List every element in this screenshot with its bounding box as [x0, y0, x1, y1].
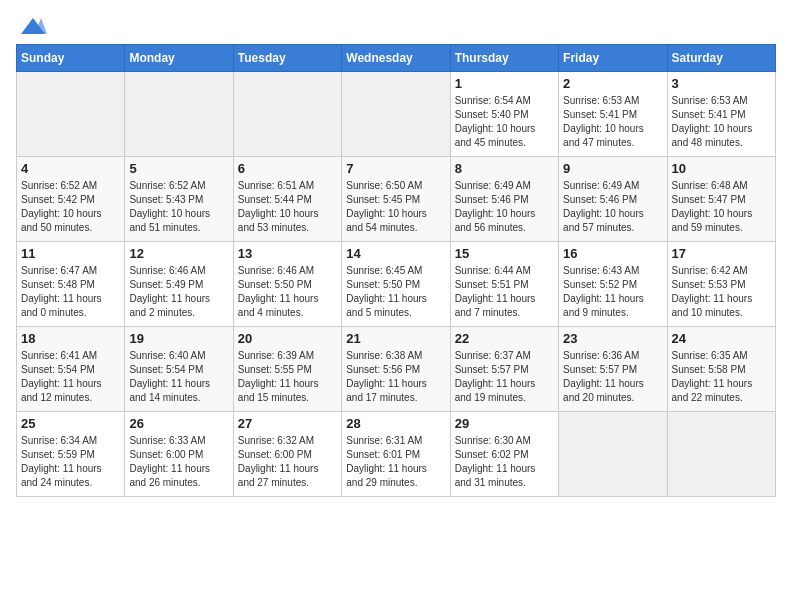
weekday-header: Wednesday [342, 45, 450, 72]
day-number: 18 [21, 331, 120, 346]
calendar-cell: 12Sunrise: 6:46 AM Sunset: 5:49 PM Dayli… [125, 242, 233, 327]
day-info: Sunrise: 6:38 AM Sunset: 5:56 PM Dayligh… [346, 349, 445, 405]
day-info: Sunrise: 6:54 AM Sunset: 5:40 PM Dayligh… [455, 94, 554, 150]
calendar-cell: 20Sunrise: 6:39 AM Sunset: 5:55 PM Dayli… [233, 327, 341, 412]
day-number: 15 [455, 246, 554, 261]
day-number: 11 [21, 246, 120, 261]
day-number: 20 [238, 331, 337, 346]
weekday-header: Thursday [450, 45, 558, 72]
calendar-cell: 29Sunrise: 6:30 AM Sunset: 6:02 PM Dayli… [450, 412, 558, 497]
calendar-cell: 27Sunrise: 6:32 AM Sunset: 6:00 PM Dayli… [233, 412, 341, 497]
day-info: Sunrise: 6:52 AM Sunset: 5:42 PM Dayligh… [21, 179, 120, 235]
day-info: Sunrise: 6:39 AM Sunset: 5:55 PM Dayligh… [238, 349, 337, 405]
calendar-cell: 9Sunrise: 6:49 AM Sunset: 5:46 PM Daylig… [559, 157, 667, 242]
calendar-cell: 22Sunrise: 6:37 AM Sunset: 5:57 PM Dayli… [450, 327, 558, 412]
day-number: 9 [563, 161, 662, 176]
day-info: Sunrise: 6:40 AM Sunset: 5:54 PM Dayligh… [129, 349, 228, 405]
day-info: Sunrise: 6:42 AM Sunset: 5:53 PM Dayligh… [672, 264, 771, 320]
calendar-cell: 5Sunrise: 6:52 AM Sunset: 5:43 PM Daylig… [125, 157, 233, 242]
calendar-cell: 28Sunrise: 6:31 AM Sunset: 6:01 PM Dayli… [342, 412, 450, 497]
day-info: Sunrise: 6:53 AM Sunset: 5:41 PM Dayligh… [672, 94, 771, 150]
day-number: 12 [129, 246, 228, 261]
calendar-cell: 17Sunrise: 6:42 AM Sunset: 5:53 PM Dayli… [667, 242, 775, 327]
logo-general [16, 16, 47, 36]
calendar-week-row: 1Sunrise: 6:54 AM Sunset: 5:40 PM Daylig… [17, 72, 776, 157]
calendar-cell: 14Sunrise: 6:45 AM Sunset: 5:50 PM Dayli… [342, 242, 450, 327]
day-number: 26 [129, 416, 228, 431]
day-number: 3 [672, 76, 771, 91]
calendar-cell: 16Sunrise: 6:43 AM Sunset: 5:52 PM Dayli… [559, 242, 667, 327]
calendar-cell: 26Sunrise: 6:33 AM Sunset: 6:00 PM Dayli… [125, 412, 233, 497]
day-number: 2 [563, 76, 662, 91]
day-number: 24 [672, 331, 771, 346]
day-info: Sunrise: 6:37 AM Sunset: 5:57 PM Dayligh… [455, 349, 554, 405]
day-number: 7 [346, 161, 445, 176]
day-info: Sunrise: 6:45 AM Sunset: 5:50 PM Dayligh… [346, 264, 445, 320]
calendar-cell: 23Sunrise: 6:36 AM Sunset: 5:57 PM Dayli… [559, 327, 667, 412]
calendar-table: SundayMondayTuesdayWednesdayThursdayFrid… [16, 44, 776, 497]
calendar-cell: 10Sunrise: 6:48 AM Sunset: 5:47 PM Dayli… [667, 157, 775, 242]
calendar-cell: 3Sunrise: 6:53 AM Sunset: 5:41 PM Daylig… [667, 72, 775, 157]
calendar-cell: 24Sunrise: 6:35 AM Sunset: 5:58 PM Dayli… [667, 327, 775, 412]
calendar-cell: 2Sunrise: 6:53 AM Sunset: 5:41 PM Daylig… [559, 72, 667, 157]
calendar-cell: 15Sunrise: 6:44 AM Sunset: 5:51 PM Dayli… [450, 242, 558, 327]
day-info: Sunrise: 6:47 AM Sunset: 5:48 PM Dayligh… [21, 264, 120, 320]
day-info: Sunrise: 6:34 AM Sunset: 5:59 PM Dayligh… [21, 434, 120, 490]
day-number: 25 [21, 416, 120, 431]
day-number: 8 [455, 161, 554, 176]
calendar-cell: 19Sunrise: 6:40 AM Sunset: 5:54 PM Dayli… [125, 327, 233, 412]
calendar-cell: 18Sunrise: 6:41 AM Sunset: 5:54 PM Dayli… [17, 327, 125, 412]
day-info: Sunrise: 6:49 AM Sunset: 5:46 PM Dayligh… [455, 179, 554, 235]
header [16, 16, 776, 36]
day-number: 4 [21, 161, 120, 176]
day-info: Sunrise: 6:32 AM Sunset: 6:00 PM Dayligh… [238, 434, 337, 490]
calendar-cell [125, 72, 233, 157]
day-info: Sunrise: 6:33 AM Sunset: 6:00 PM Dayligh… [129, 434, 228, 490]
weekday-header: Friday [559, 45, 667, 72]
calendar-cell [342, 72, 450, 157]
day-number: 14 [346, 246, 445, 261]
day-number: 19 [129, 331, 228, 346]
day-number: 5 [129, 161, 228, 176]
calendar-body: 1Sunrise: 6:54 AM Sunset: 5:40 PM Daylig… [17, 72, 776, 497]
calendar-cell: 11Sunrise: 6:47 AM Sunset: 5:48 PM Dayli… [17, 242, 125, 327]
calendar-cell: 1Sunrise: 6:54 AM Sunset: 5:40 PM Daylig… [450, 72, 558, 157]
day-number: 28 [346, 416, 445, 431]
day-number: 13 [238, 246, 337, 261]
day-info: Sunrise: 6:51 AM Sunset: 5:44 PM Dayligh… [238, 179, 337, 235]
calendar-cell: 25Sunrise: 6:34 AM Sunset: 5:59 PM Dayli… [17, 412, 125, 497]
day-info: Sunrise: 6:35 AM Sunset: 5:58 PM Dayligh… [672, 349, 771, 405]
calendar-cell: 7Sunrise: 6:50 AM Sunset: 5:45 PM Daylig… [342, 157, 450, 242]
calendar-cell: 21Sunrise: 6:38 AM Sunset: 5:56 PM Dayli… [342, 327, 450, 412]
day-info: Sunrise: 6:36 AM Sunset: 5:57 PM Dayligh… [563, 349, 662, 405]
calendar-week-row: 18Sunrise: 6:41 AM Sunset: 5:54 PM Dayli… [17, 327, 776, 412]
logo-icon [19, 16, 47, 36]
calendar-cell [17, 72, 125, 157]
calendar-cell [233, 72, 341, 157]
day-info: Sunrise: 6:41 AM Sunset: 5:54 PM Dayligh… [21, 349, 120, 405]
calendar-week-row: 11Sunrise: 6:47 AM Sunset: 5:48 PM Dayli… [17, 242, 776, 327]
day-number: 6 [238, 161, 337, 176]
weekday-header: Monday [125, 45, 233, 72]
calendar-cell: 13Sunrise: 6:46 AM Sunset: 5:50 PM Dayli… [233, 242, 341, 327]
calendar-cell [667, 412, 775, 497]
day-info: Sunrise: 6:44 AM Sunset: 5:51 PM Dayligh… [455, 264, 554, 320]
day-info: Sunrise: 6:52 AM Sunset: 5:43 PM Dayligh… [129, 179, 228, 235]
day-number: 22 [455, 331, 554, 346]
day-number: 17 [672, 246, 771, 261]
day-info: Sunrise: 6:50 AM Sunset: 5:45 PM Dayligh… [346, 179, 445, 235]
day-info: Sunrise: 6:43 AM Sunset: 5:52 PM Dayligh… [563, 264, 662, 320]
calendar-cell: 8Sunrise: 6:49 AM Sunset: 5:46 PM Daylig… [450, 157, 558, 242]
day-number: 21 [346, 331, 445, 346]
day-info: Sunrise: 6:49 AM Sunset: 5:46 PM Dayligh… [563, 179, 662, 235]
calendar-week-row: 4Sunrise: 6:52 AM Sunset: 5:42 PM Daylig… [17, 157, 776, 242]
calendar-cell: 4Sunrise: 6:52 AM Sunset: 5:42 PM Daylig… [17, 157, 125, 242]
calendar-cell: 6Sunrise: 6:51 AM Sunset: 5:44 PM Daylig… [233, 157, 341, 242]
weekday-header: Sunday [17, 45, 125, 72]
day-number: 1 [455, 76, 554, 91]
day-number: 10 [672, 161, 771, 176]
logo [16, 16, 47, 36]
day-info: Sunrise: 6:53 AM Sunset: 5:41 PM Dayligh… [563, 94, 662, 150]
day-number: 23 [563, 331, 662, 346]
day-info: Sunrise: 6:30 AM Sunset: 6:02 PM Dayligh… [455, 434, 554, 490]
